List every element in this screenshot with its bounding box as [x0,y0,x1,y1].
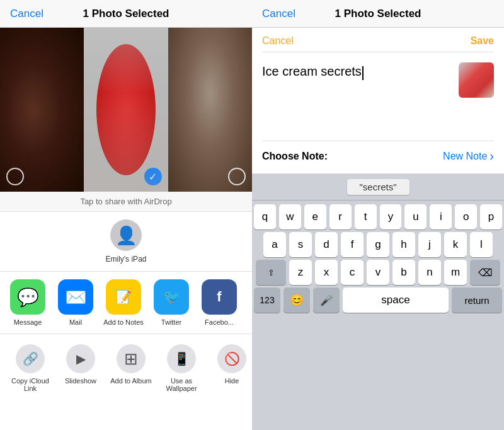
choose-note-label: Choose Note: [262,151,328,162]
share-item-facebook[interactable]: f Facebo... [197,279,242,326]
key-n[interactable]: n [418,260,441,285]
text-cursor [362,66,364,80]
new-note-button[interactable]: New Note › [443,149,494,163]
action-label-hide: Hide [225,377,239,385]
add-album-icon: ⊞ [117,344,146,373]
key-d[interactable]: d [315,232,338,257]
left-panel: Cancel 1 Photo Selected ✓ Tap to share w… [0,0,252,430]
key-u[interactable]: u [404,204,427,230]
key-h[interactable]: h [392,232,415,257]
mail-icon: ✉️ [58,279,93,315]
share-label-notes: Add to Notes [103,318,144,326]
note-choose-row[interactable]: Choose Note: New Note › [262,141,494,166]
mic-key[interactable]: 🎤 [313,288,340,313]
photo-item-2[interactable]: ✓ [84,28,168,192]
key-i[interactable]: i [430,204,452,230]
hide-icon: 🚫 [217,344,246,373]
note-editor: Cancel Save Ice cream secrets Choose Not… [252,28,504,174]
key-x[interactable]: x [315,260,338,285]
note-title-input[interactable]: Ice cream secrets [262,64,362,78]
key-c[interactable]: c [341,260,364,285]
key-p[interactable]: p [480,204,502,230]
photo-select-circle-3[interactable] [228,168,246,185]
action-hide[interactable]: 🚫 Hide [207,339,252,390]
note-title-area: Ice cream secrets [262,62,451,80]
keyboard: q w e r t y u i o p a s d f g h j k l ⇧ … [252,200,504,430]
numbers-key[interactable]: 123 [254,288,280,313]
right-panel: Cancel 1 Photo Selected Cancel Save Ice … [252,0,504,430]
key-r[interactable]: r [329,204,352,230]
emoji-key[interactable]: 😊 [284,288,310,313]
note-cancel-button[interactable]: Cancel [262,35,294,47]
key-s[interactable]: s [289,232,312,257]
action-label-icloud: Copy iCloud Link [8,377,53,392]
share-item-notes[interactable]: 📝 Add to Notes [101,279,146,326]
right-header: Cancel 1 Photo Selected [252,0,504,28]
key-f[interactable]: f [341,232,364,257]
delete-key[interactable]: ⌫ [470,260,500,285]
key-m[interactable]: m [444,260,467,285]
photo-item-1[interactable] [0,28,84,192]
key-e[interactable]: e [304,204,326,230]
twitter-icon: 🐦 [154,279,189,315]
wallpaper-icon: 📱 [167,344,196,373]
return-key[interactable]: return [452,288,502,313]
left-title: 1 Photo Selected [83,8,169,20]
action-add-album[interactable]: ⊞ Add to Album [106,339,156,390]
autocomplete-suggestion[interactable]: "secrets" [347,179,410,195]
photo-grid: ✓ [0,28,252,192]
keyboard-row-4: 123 😊 🎤 space return [254,288,502,313]
keyboard-row-3: ⇧ z x c v b n m ⌫ [254,260,502,285]
photo-item-3[interactable] [168,28,252,192]
slideshow-icon: ▶ [66,344,95,373]
right-title: 1 Photo Selected [335,8,421,20]
note-thumbnail [459,62,494,98]
share-item-message[interactable]: 💬 Message [5,279,50,326]
action-slideshow[interactable]: ▶ Slideshow [55,339,106,390]
airdrop-device[interactable]: 👤 Emily's iPad [0,212,252,272]
key-a[interactable]: a [263,232,286,257]
key-t[interactable]: t [355,204,377,230]
share-label-message: Message [14,318,42,326]
key-v[interactable]: v [367,260,389,285]
key-j[interactable]: j [418,232,441,257]
note-title-row: Ice cream secrets [262,57,494,103]
share-item-twitter[interactable]: 🐦 Twitter [149,279,194,326]
right-cancel-header-button[interactable]: Cancel [262,8,295,20]
key-o[interactable]: o [455,204,477,230]
key-k[interactable]: k [444,232,467,257]
share-row: 💬 Message ✉️ Mail 📝 Add to Notes 🐦 Twitt… [0,272,252,334]
left-header: Cancel 1 Photo Selected [0,0,252,28]
action-icloud-link[interactable]: 🔗 Copy iCloud Link [5,339,55,397]
share-label-mail: Mail [69,318,82,326]
action-row: 🔗 Copy iCloud Link ▶ Slideshow ⊞ Add to … [0,334,252,430]
share-item-mail[interactable]: ✉️ Mail [53,279,98,326]
person-icon: 👤 [115,225,137,246]
messages-icon: 💬 [10,279,45,315]
photo-select-check-2[interactable]: ✓ [144,168,162,185]
share-label-twitter: Twitter [161,318,181,326]
share-label-facebook: Facebo... [205,318,234,326]
key-w[interactable]: w [279,204,301,230]
shift-key[interactable]: ⇧ [256,260,286,285]
left-cancel-button[interactable]: Cancel [10,8,43,20]
facebook-icon: f [202,279,237,315]
notes-icon: 📝 [106,279,141,315]
note-editor-inner: Cancel Save Ice cream secrets Choose Not… [262,35,494,166]
action-label-slideshow: Slideshow [65,377,96,385]
photo-select-circle-1[interactable] [6,168,24,185]
key-z[interactable]: z [289,260,312,285]
key-g[interactable]: g [367,232,389,257]
keyboard-row-2: a s d f g h j k l [254,232,502,257]
keyboard-autocomplete-bar: "secrets" [252,174,504,200]
key-q[interactable]: q [254,204,276,230]
key-b[interactable]: b [392,260,415,285]
note-save-button[interactable]: Save [471,35,494,47]
space-key[interactable]: space [343,288,449,313]
key-y[interactable]: y [380,204,402,230]
key-l[interactable]: l [470,232,493,257]
icloud-link-icon: 🔗 [16,344,45,373]
device-name: Emily's iPad [106,255,147,264]
action-label-wallpaper: Use as Wallpaper [159,377,204,392]
action-wallpaper[interactable]: 📱 Use as Wallpaper [156,339,207,397]
